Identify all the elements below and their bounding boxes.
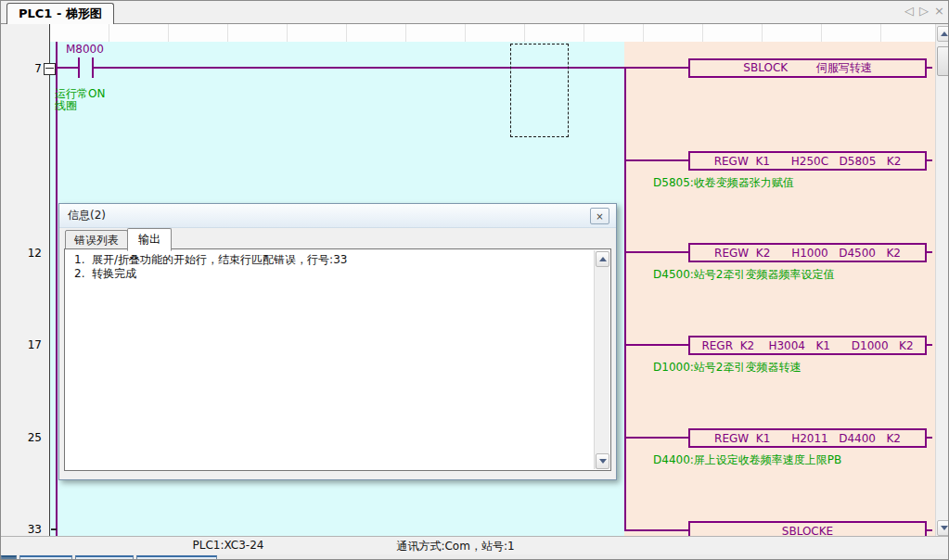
bottom-tab-partial[interactable] — [1, 555, 17, 560]
branch-line — [624, 251, 688, 253]
block-comment: D1000:站号2牵引变频器转速 — [653, 362, 801, 374]
contact-bar — [92, 57, 94, 78]
contact-comment-line2: 线圈 — [55, 100, 77, 112]
row-number-margin — [1, 24, 49, 536]
scrollbar-thumb[interactable] — [937, 46, 949, 76]
output-scroll-down-button[interactable] — [596, 453, 609, 469]
scroll-up-button[interactable] — [937, 26, 949, 42]
status-comm-mode: 通讯方式:Com，站号:1 — [353, 539, 558, 554]
status-bar: PLC1:XC3-24 通讯方式:Com，站号:1 — [1, 536, 949, 555]
contact-bar — [78, 57, 80, 78]
scroll-up-icon — [941, 32, 948, 36]
close-icon: × — [596, 211, 603, 222]
block-comment: D4400:屏上设定收卷频率速度上限PB — [653, 454, 841, 466]
branch-line — [624, 437, 688, 439]
output-line: 1. 展开/折叠功能的开始行，结束行匹配错误，行号:33 — [74, 253, 347, 267]
instruction-block-regr[interactable]: REGR K2 H3004 K1 D1000 K2 — [688, 336, 927, 355]
block-comment: D5805:收卷变频器张力赋值 — [653, 177, 794, 189]
block-comment: D4500:站号2牵引变频器频率设定值 — [653, 269, 834, 281]
scroll-down-icon — [599, 459, 607, 464]
tab-plc1-ladder[interactable]: PLC1 - 梯形图 — [6, 3, 114, 24]
vertical-scrollbar[interactable] — [935, 24, 949, 536]
close-tab-icon[interactable]: × — [934, 4, 944, 18]
bottom-tab-partial[interactable] — [75, 555, 134, 560]
rung-line — [93, 67, 688, 69]
next-tab-icon[interactable]: ▷ — [919, 4, 929, 18]
tab-output[interactable]: 输出 — [127, 228, 172, 251]
scroll-down-button[interactable] — [937, 520, 949, 536]
tab-error-list[interactable]: 错误列表 — [65, 230, 128, 250]
bottom-tab-strip — [1, 554, 949, 560]
prev-tab-icon[interactable]: ◁ — [904, 4, 914, 18]
instruction-block-regw3[interactable]: REGW K1 H2011 D4400 K2 — [688, 428, 927, 448]
grid-header-row — [50, 24, 935, 42]
fold-collapse-icon[interactable] — [44, 63, 56, 75]
output-scrollbar[interactable] — [594, 250, 609, 469]
row-number: 25 — [18, 431, 42, 444]
left-power-rail — [56, 42, 58, 536]
status-plc-model: PLC1:XC3-24 — [131, 539, 326, 552]
row-number: 12 — [18, 247, 42, 260]
output-scroll-up-button[interactable] — [596, 251, 609, 267]
dialog-title: 信息(2) — [68, 208, 106, 223]
row-number: 7 — [18, 62, 42, 75]
bottom-tab-partial[interactable] — [19, 555, 72, 560]
document-tab-bar — [1, 1, 949, 24]
row-number: 17 — [18, 338, 42, 351]
contact-label: M8000 — [66, 43, 104, 56]
scroll-up-icon — [599, 257, 607, 261]
selection-cursor — [510, 44, 569, 137]
branch-line — [624, 529, 688, 531]
output-pane: 1. 展开/折叠功能的开始行，结束行匹配错误，行号:33 2. 转换完成 — [64, 248, 611, 471]
instruction-block-regw1[interactable]: REGW K1 H250C D5805 K2 — [688, 151, 927, 171]
instruction-block-sblock[interactable]: SBLOCK 伺服写转速 — [688, 58, 927, 78]
branch-vertical-line — [624, 67, 626, 531]
branch-line — [624, 159, 688, 161]
scroll-down-icon — [941, 526, 948, 530]
row-number: 33 — [18, 523, 42, 536]
dialog-close-button[interactable]: × — [590, 208, 609, 224]
tab-nav-buttons: ◁ ▷ × — [904, 4, 944, 18]
fold-end-mark — [51, 528, 57, 530]
instruction-block-regw2[interactable]: REGW K2 H1000 D4500 K2 — [688, 243, 927, 262]
dialog-title-bar[interactable]: 信息(2) — [59, 204, 616, 228]
contact-m8000[interactable]: M8000 — [64, 43, 120, 80]
plc-editor-window: PLC1 - 梯形图 ◁ ▷ × 7 12 17 25 33 M8000 运行常… — [0, 0, 949, 560]
bottom-tab-partial[interactable] — [136, 555, 217, 560]
branch-line — [624, 344, 688, 346]
output-line: 2. 转换完成 — [74, 267, 136, 281]
message-dialog: 信息(2) × 错误列表 输出 1. 展开/折叠功能的开始行，结束行匹配错误，行… — [58, 203, 617, 480]
tab-title: PLC1 - 梯形图 — [19, 6, 102, 22]
